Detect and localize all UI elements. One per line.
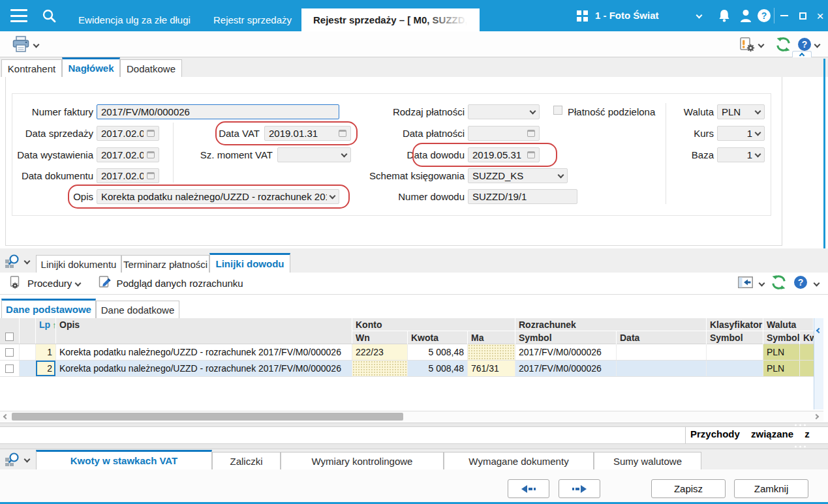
row-checkbox[interactable] [5, 348, 14, 357]
cell-waluta-kwota[interactable] [800, 344, 814, 360]
cell-klasyfikator-symbol[interactable] [707, 344, 763, 360]
column-header-waluta-kwota[interactable]: Kw [800, 331, 814, 344]
platnosc-podzielona-checkbox[interactable] [553, 106, 562, 115]
tab-kwoty-w-stawkach-vat[interactable]: Kwoty w stawkach VAT [36, 450, 212, 469]
waluta-select[interactable]: PLN [717, 104, 765, 119]
lookup-chevron-down-icon[interactable] [24, 258, 31, 265]
save-button[interactable]: Zapisz [651, 479, 726, 498]
close-button[interactable]: × [812, 8, 828, 23]
numer-dowodu-input[interactable]: SUZZD/19/1 [468, 189, 577, 204]
cell-rozrachunek-data[interactable] [617, 361, 707, 376]
sz-moment-vat-select[interactable] [277, 147, 351, 162]
splitter-handle[interactable] [0, 443, 828, 449]
calendar-icon[interactable] [527, 130, 535, 137]
refresh-icon[interactable] [775, 37, 791, 54]
cell-kwota[interactable]: 5 008,48 [408, 344, 468, 360]
rodzaj-platnosci-select[interactable] [468, 104, 540, 119]
vertical-scrollbar[interactable] [823, 59, 825, 253]
table-row-selected[interactable]: 2 Korekta podatku należnego/UZZD - rozra… [0, 361, 814, 377]
calendar-icon[interactable] [147, 130, 155, 137]
tab-zaliczki[interactable]: Zaliczki [212, 452, 281, 469]
column-header-ma[interactable]: Ma [468, 331, 515, 344]
cell-opis[interactable]: Korekta podatku należnego/UZZD - rozrach… [56, 361, 352, 376]
collapse-panel-button[interactable] [792, 51, 812, 57]
cell-wn[interactable]: 222/23 [352, 344, 408, 360]
calendar-icon[interactable] [147, 151, 155, 158]
cell-opis[interactable]: Korekta podatku należnego/UZZD - rozrach… [56, 344, 352, 360]
data-dowodu-input[interactable]: 2019.05.31 [468, 147, 540, 162]
cell-waluta-kwota[interactable] [800, 361, 814, 376]
cell-ma[interactable]: 761/31 [468, 361, 515, 376]
search-icon[interactable] [42, 8, 56, 25]
cell-lp-focused[interactable]: 2 [36, 361, 56, 376]
tab-wymagane-dokumenty[interactable]: Wymagane dokumenty [444, 452, 594, 469]
column-header-wn[interactable]: Wn [352, 331, 408, 344]
column-header-lp[interactable]: Lp↑ [36, 318, 56, 344]
notifications-bell-icon[interactable] [718, 8, 731, 25]
help-circle-icon[interactable]: ? [793, 275, 808, 291]
numer-faktury-input[interactable]: 2017/FV/M0/000026 [97, 104, 339, 119]
print-chevron-down-icon[interactable] [33, 42, 40, 48]
cell-klasyfikator-symbol[interactable] [707, 361, 763, 376]
expand-panel-chevron-left[interactable] [814, 318, 823, 409]
maximize-button[interactable] [795, 8, 810, 23]
user-profile-icon[interactable] [739, 8, 752, 25]
tab-ewidencja-ulg[interactable]: Ewidencja ulg za złe długi [65, 8, 204, 31]
tab-rejestr-sprzedazy[interactable]: Rejestr sprzedaży [204, 8, 301, 31]
column-header-opis[interactable]: Opis [56, 318, 352, 344]
baza-select[interactable]: 1 [717, 147, 765, 162]
column-header-rozrachunek-symbol[interactable]: Symbol [515, 331, 617, 344]
select-all-checkbox[interactable] [5, 333, 14, 341]
calendar-icon[interactable] [147, 172, 155, 179]
lookup-view-icon[interactable] [4, 452, 21, 469]
refresh-icon[interactable] [771, 274, 787, 292]
data-wystawienia-input[interactable]: 2017.02.03 [97, 147, 159, 162]
tab-rejestr-sprzedazy-dokument[interactable]: Rejestr sprzedaży – [ M0, SUZZD, 1 [301, 8, 480, 31]
data-sprzedazy-input[interactable]: 2017.02.03 [97, 126, 159, 141]
organizer-chevron-down-icon[interactable] [758, 42, 765, 48]
data-dokumentu-input[interactable]: 2017.02.03 [97, 168, 159, 183]
calendar-icon[interactable] [339, 130, 346, 137]
kurs-select[interactable]: 1 [717, 126, 765, 141]
next-record-button[interactable] [559, 479, 600, 498]
scroll-left-icon[interactable] [1, 412, 10, 421]
splitter-handle[interactable] [0, 422, 828, 427]
horizontal-scrollbar[interactable] [0, 411, 823, 422]
schemat-ksiegowania-select[interactable]: SUZZD_KS [468, 168, 568, 183]
column-header-rozrachunek-data[interactable]: Data [617, 331, 707, 344]
tab-wymiary-kontrolingowe[interactable]: Wymiary kontrolingowe [281, 452, 444, 469]
data-platnosci-input[interactable] [468, 126, 540, 141]
row-checkbox[interactable] [5, 364, 14, 373]
tab-kontrahent[interactable]: Kontrahent [1, 59, 62, 77]
company-chevron-down-icon[interactable] [696, 12, 703, 19]
help-chevron-down-icon[interactable] [814, 280, 820, 287]
tab-terminarz-platnosci[interactable]: Terminarz płatności [121, 255, 209, 273]
cell-lp[interactable]: 1 [36, 344, 56, 360]
cell-wn[interactable] [352, 361, 408, 376]
lookup-view-icon[interactable] [4, 254, 21, 271]
tab-naglowek[interactable]: Nagłówek [62, 57, 120, 77]
cell-rozrachunek-symbol[interactable]: 2017/FV/M0/000026 [515, 361, 617, 376]
help-chevron-down-icon[interactable] [814, 42, 821, 48]
close-form-button[interactable]: Zamknij [734, 479, 808, 498]
cell-rozrachunek-symbol[interactable]: 2017/FV/M0/000026 [515, 344, 617, 360]
tab-sumy-walutowe[interactable]: Sumy walutowe [594, 452, 701, 469]
scrollbar-thumb[interactable] [12, 413, 403, 421]
calendar-icon[interactable] [527, 151, 535, 158]
print-icon[interactable] [12, 36, 30, 55]
column-header-kwota[interactable]: Kwota [408, 331, 468, 344]
cell-kwota[interactable]: 5 008,48 [408, 361, 468, 376]
data-vat-input[interactable]: 2019.01.31 [264, 126, 351, 141]
opis-select[interactable]: Korekta podatku należnego/UZZD - rozrach… [97, 189, 339, 204]
cell-rozrachunek-data[interactable] [617, 344, 707, 360]
help-icon[interactable]: ? [757, 8, 771, 25]
dock-chevron-down-icon[interactable] [759, 280, 765, 287]
procedury-button[interactable]: Procedury [4, 274, 86, 293]
apps-grid-icon[interactable] [577, 10, 588, 22]
organizer-settings-icon[interactable] [739, 37, 755, 54]
column-header-klasyfikator-symbol[interactable]: Symbol [707, 331, 763, 344]
tab-linijki-dokumentu[interactable]: Linijki dokumentu [36, 255, 121, 273]
cell-waluta-symbol[interactable]: PLN [763, 344, 800, 360]
column-header-waluta-symbol[interactable]: Symbol [763, 331, 800, 344]
tab-dane-podstawowe[interactable]: Dane podstawowe [1, 299, 96, 318]
